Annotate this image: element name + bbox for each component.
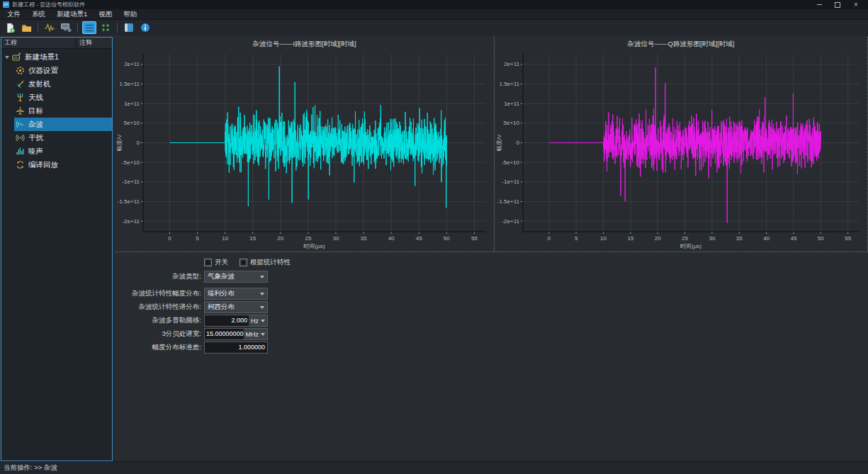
expander-icon[interactable]: [4, 56, 11, 59]
menu-help[interactable]: 帮助: [118, 10, 142, 19]
panel-icon: [124, 23, 134, 33]
transmitter-icon: [15, 79, 25, 89]
tree-header-comment: 注释: [77, 38, 95, 48]
panel-button[interactable]: [122, 21, 136, 34]
noise-icon: [15, 147, 25, 156]
layout-list-button[interactable]: [82, 21, 96, 34]
tree-item-target[interactable]: 目标: [1, 104, 112, 118]
amplitude-dist-row: 杂波统计特性幅度分布: 瑞利分布: [115, 288, 868, 300]
switch-checkbox[interactable]: 开关: [204, 258, 228, 267]
svg-text:55: 55: [471, 235, 478, 242]
close-icon: ×: [854, 1, 858, 9]
project-tree: 新建场景1 仪器设置 发: [1, 49, 112, 461]
stats-checkbox-label: 根据统计特性: [250, 258, 291, 267]
waveform-button[interactable]: [43, 21, 57, 34]
svg-text:1e+11: 1e+11: [124, 101, 140, 107]
doppler-unit-value: Hz: [251, 317, 259, 325]
device-icon: [60, 23, 72, 33]
svg-text:10: 10: [222, 235, 228, 242]
tree-item-noise[interactable]: 噪声: [1, 145, 112, 158]
svg-text:2e+11: 2e+11: [504, 61, 519, 67]
spectrum-dist-row: 杂波统计特性谱分布: 柯西分布: [115, 301, 868, 313]
maximize-button[interactable]: [828, 0, 847, 9]
chart-canvas-q[interactable]: 05101520253035404550552e+111.5e+111e+115…: [495, 48, 867, 252]
chart-canvas-i[interactable]: 05101520253035404550552e+111.5e+111e+115…: [115, 48, 494, 252]
svg-text:-1e+11: -1e+11: [122, 179, 140, 185]
menu-system[interactable]: 系统: [26, 10, 51, 19]
doppler-shift-value[interactable]: 2.000: [205, 315, 249, 326]
chart-title-i: 杂波信号——I路波形图[时域][时域]: [115, 37, 494, 48]
svg-text:0: 0: [548, 235, 551, 242]
tree-item-antenna[interactable]: 天线: [1, 91, 112, 104]
svg-text:40: 40: [388, 235, 395, 242]
bandwidth-input[interactable]: 15.000000000 MHz: [204, 328, 268, 340]
svg-text:15: 15: [249, 235, 256, 242]
tree-item-playback[interactable]: 编译回放: [1, 158, 112, 171]
bandwidth-value[interactable]: 15.000000000: [205, 329, 244, 339]
svg-text:2e+11: 2e+11: [124, 61, 140, 67]
svg-text:-5e+10: -5e+10: [502, 159, 520, 166]
device-button[interactable]: [59, 21, 73, 34]
svg-text:30: 30: [709, 235, 715, 242]
tree-item-clutter[interactable]: 杂波: [1, 118, 112, 131]
svg-text:幅度/V: 幅度/V: [116, 134, 123, 151]
close-button[interactable]: ×: [847, 0, 865, 9]
statusbar: 当前操作: >> 杂波: [0, 461, 868, 474]
menu-scene[interactable]: 新建场景1: [51, 10, 93, 19]
tree-item-scene-root[interactable]: 新建场景1: [1, 50, 112, 64]
list-icon: [85, 24, 94, 32]
svg-text:-2e+11: -2e+11: [122, 218, 140, 225]
svg-text:0: 0: [137, 140, 140, 146]
jamming-icon: [15, 133, 25, 142]
menu-file[interactable]: 文件: [1, 10, 26, 19]
spectrum-dist-label: 杂波统计特性谱分布:: [115, 303, 201, 312]
tree-item-transmitter[interactable]: 发射机: [1, 77, 112, 91]
switch-checkbox-label: 开关: [215, 258, 228, 267]
amplitude-dist-value: 瑞利分布: [208, 289, 235, 298]
svg-text:5e+10: 5e+10: [504, 120, 520, 126]
tree-item-instrument-settings[interactable]: 仪器设置: [1, 64, 112, 77]
clutter-type-select[interactable]: 气象杂波: [204, 271, 268, 283]
svg-text:40: 40: [763, 235, 770, 242]
content-area: 杂波信号——I路波形图[时域][时域] 05101520253035404550…: [113, 37, 868, 461]
svg-text:50: 50: [818, 235, 824, 242]
toolbar: [0, 20, 868, 35]
clutter-icon: [15, 120, 25, 129]
svg-text:幅度/V: 幅度/V: [496, 134, 502, 151]
minimize-button[interactable]: [810, 0, 828, 9]
menu-view[interactable]: 视图: [93, 10, 118, 19]
stddev-input[interactable]: 1.000000: [204, 342, 268, 354]
svg-text:55: 55: [845, 235, 851, 242]
info-button[interactable]: [138, 21, 152, 34]
amplitude-dist-select[interactable]: 瑞利分布: [204, 288, 268, 300]
open-project-button[interactable]: [19, 21, 33, 34]
spectrum-dist-select[interactable]: 柯西分布: [204, 301, 268, 313]
svg-text:0: 0: [517, 140, 520, 146]
tree-header-project: 工程: [1, 38, 77, 48]
svg-text:10: 10: [600, 235, 607, 242]
checkbox-icon: [239, 259, 247, 266]
bandwidth-unit-select[interactable]: MHz: [244, 329, 268, 339]
gear-icon: [15, 66, 25, 75]
chevron-down-icon: [260, 293, 264, 295]
stats-checkbox[interactable]: 根据统计特性: [239, 258, 291, 267]
doppler-unit-select[interactable]: Hz: [249, 315, 267, 326]
doppler-shift-input[interactable]: 2.000 Hz: [204, 315, 268, 327]
svg-text:35: 35: [736, 235, 743, 242]
new-project-button[interactable]: [3, 21, 17, 34]
toolbar-separator: [77, 23, 78, 33]
tree-item-label: 天线: [28, 93, 43, 103]
stddev-row: 幅度分布标准差: 1.000000: [115, 342, 868, 354]
spectrum-dist-value: 柯西分布: [208, 303, 235, 312]
svg-text:-1e+11: -1e+11: [502, 179, 519, 185]
grid-dots-button[interactable]: [98, 21, 113, 34]
svg-text:45: 45: [416, 235, 422, 242]
svg-text:1e+11: 1e+11: [504, 101, 519, 107]
bandwidth-unit-value: MHz: [246, 331, 259, 338]
waveform-icon: [44, 23, 55, 33]
chart-panel-q: 杂波信号——Q路波形图[时域][时域] 05101520253035404550…: [495, 37, 867, 252]
svg-text:5e+10: 5e+10: [124, 120, 140, 126]
tree-item-jamming[interactable]: 干扰: [1, 131, 112, 145]
main-area: 工程 注释 新建场景1: [0, 35, 868, 461]
clutter-settings-form: 开关 根据统计特性 杂波类型: 气象杂波 杂波统计特性: [115, 252, 868, 355]
